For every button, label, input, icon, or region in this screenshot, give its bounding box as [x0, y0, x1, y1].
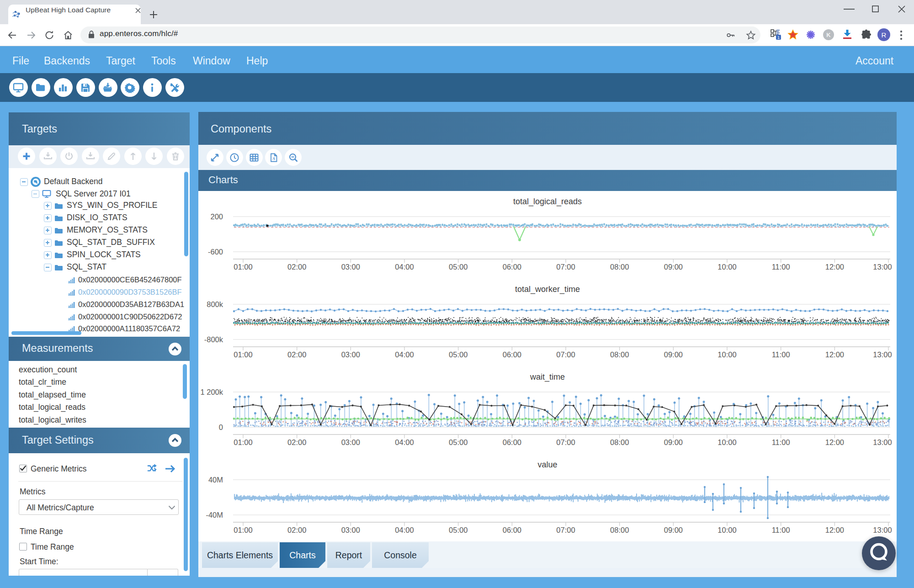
svg-text:10:00: 10:00	[717, 438, 736, 446]
svg-text:05:00: 05:00	[449, 526, 468, 534]
svg-text:01:00: 01:00	[234, 438, 252, 446]
svg-text:09:00: 09:00	[664, 263, 683, 271]
svg-text:800k: 800k	[207, 300, 223, 308]
svg-text:08:00: 08:00	[610, 526, 629, 534]
svg-text:05:00: 05:00	[449, 350, 468, 359]
svg-text:11:00: 11:00	[772, 350, 790, 359]
svg-text:03:00: 03:00	[341, 263, 360, 271]
svg-text:04:00: 04:00	[395, 438, 414, 446]
svg-text:K: K	[826, 32, 831, 38]
svg-text:09:00: 09:00	[664, 526, 683, 534]
svg-text:08:00: 08:00	[610, 438, 629, 446]
svg-text:13:00: 13:00	[873, 350, 892, 359]
svg-text:01:00: 01:00	[234, 350, 252, 359]
svg-text:total_logical_reads: total_logical_reads	[513, 197, 582, 207]
svg-text:10:00: 10:00	[717, 526, 736, 534]
svg-text:07:00: 07:00	[556, 526, 575, 534]
svg-text:02:00: 02:00	[287, 350, 306, 359]
svg-text:-600: -600	[208, 248, 223, 256]
svg-text:06:00: 06:00	[503, 526, 521, 534]
svg-text:07:00: 07:00	[556, 438, 575, 446]
svg-text:03:00: 03:00	[341, 350, 360, 359]
svg-text:200: 200	[210, 212, 223, 221]
svg-text:07:00: 07:00	[556, 263, 575, 271]
svg-text:1 200k: 1 200k	[200, 388, 223, 396]
svg-text:total_worker_time: total_worker_time	[515, 285, 580, 294]
svg-text:02:00: 02:00	[287, 438, 306, 446]
svg-text:1: 1	[777, 35, 780, 40]
svg-text:-40M: -40M	[206, 511, 223, 519]
svg-text:wait_time: wait_time	[530, 372, 565, 382]
svg-text:11:00: 11:00	[772, 526, 790, 534]
svg-text:12:00: 12:00	[825, 350, 844, 359]
svg-text:05:00: 05:00	[449, 438, 468, 446]
svg-text:13:00: 13:00	[873, 438, 892, 446]
svg-text:03:00: 03:00	[341, 526, 360, 534]
svg-text:06:00: 06:00	[503, 438, 521, 446]
svg-text:12:00: 12:00	[825, 438, 844, 446]
svg-text:04:00: 04:00	[395, 350, 414, 359]
svg-text:04:00: 04:00	[395, 526, 414, 534]
svg-text:R: R	[882, 31, 887, 39]
svg-text:10:00: 10:00	[717, 263, 736, 271]
svg-text:06:00: 06:00	[503, 263, 521, 271]
svg-text:01:00: 01:00	[234, 263, 252, 271]
svg-text:03:00: 03:00	[341, 438, 360, 446]
svg-text:12:00: 12:00	[825, 526, 844, 534]
svg-text:40M: 40M	[208, 476, 223, 484]
svg-text:08:00: 08:00	[610, 350, 629, 359]
svg-text:13:00: 13:00	[873, 526, 892, 534]
svg-text:11:00: 11:00	[772, 263, 790, 271]
svg-text:13:00: 13:00	[873, 263, 892, 271]
svg-text:02:00: 02:00	[287, 263, 306, 271]
svg-text:10:00: 10:00	[717, 350, 736, 359]
svg-text:value: value	[537, 460, 557, 469]
svg-text:07:00: 07:00	[556, 350, 575, 359]
svg-text:01:00: 01:00	[234, 526, 252, 534]
svg-text:0: 0	[219, 423, 223, 431]
svg-text:09:00: 09:00	[664, 350, 683, 359]
svg-text:09:00: 09:00	[664, 438, 683, 446]
svg-text:06:00: 06:00	[503, 350, 521, 359]
svg-text:05:00: 05:00	[449, 263, 468, 271]
svg-text:04:00: 04:00	[395, 263, 414, 271]
svg-text:02:00: 02:00	[287, 526, 306, 534]
svg-text:08:00: 08:00	[610, 263, 629, 271]
svg-text:12:00: 12:00	[825, 263, 844, 271]
svg-text:A: A	[272, 156, 275, 160]
svg-text:-800k: -800k	[204, 335, 223, 344]
svg-text:11:00: 11:00	[772, 438, 790, 446]
